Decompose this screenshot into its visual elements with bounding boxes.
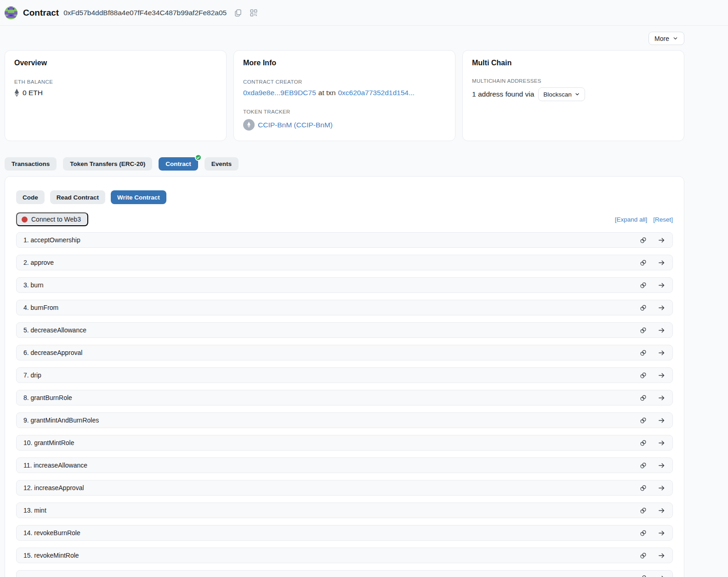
eth-diamond-icon: [14, 89, 19, 97]
token-tracker-link[interactable]: CCIP-BnM (CCIP-BnM): [258, 121, 333, 129]
multi-chain-title: Multi Chain: [472, 59, 675, 67]
permalink-icon[interactable]: [639, 574, 647, 577]
more-button[interactable]: More: [648, 32, 684, 45]
arrow-right-icon[interactable]: [658, 552, 665, 560]
arrow-right-icon[interactable]: [658, 462, 665, 469]
permalink-icon[interactable]: [639, 462, 647, 469]
connect-to-web3-label: Connect to Web3: [31, 216, 81, 223]
arrow-right-icon[interactable]: [658, 326, 665, 334]
function-row-burnfrom[interactable]: 4. burnFrom: [16, 300, 673, 315]
permalink-icon[interactable]: [639, 552, 647, 560]
contract-address: 0xFd57b4ddBf88a4e07fF4e34C487b99af2Fe82a…: [63, 9, 227, 17]
arrow-right-icon[interactable]: [658, 417, 665, 424]
permalink-icon[interactable]: [639, 507, 647, 514]
arrow-right-icon[interactable]: [658, 394, 665, 402]
arrow-right-icon[interactable]: [658, 349, 665, 357]
tab-contract[interactable]: Contract: [159, 157, 198, 171]
permalink-icon[interactable]: [639, 439, 647, 447]
permalink-icon[interactable]: [639, 417, 647, 424]
permalink-icon[interactable]: [639, 394, 647, 402]
token-tracker-label: TOKEN TRACKER: [243, 109, 446, 114]
arrow-right-icon[interactable]: [658, 236, 665, 244]
chevron-down-icon: [672, 35, 678, 41]
qr-code-button[interactable]: [250, 9, 258, 17]
function-row-grantmintandburnroles[interactable]: 9. grantMintAndBurnRoles: [16, 412, 673, 428]
contract-identicon: [5, 6, 17, 19]
arrow-right-icon[interactable]: [658, 281, 665, 289]
function-row-revokemintrole[interactable]: 15. revokeMintRole: [16, 548, 673, 563]
subtab-code[interactable]: Code: [16, 190, 45, 204]
function-row-partial[interactable]: [16, 570, 673, 577]
subtab-write-contract[interactable]: Write Contract: [111, 190, 166, 204]
arrow-right-icon[interactable]: [658, 574, 665, 577]
more-info-card: More Info CONTRACT CREATOR 0xda9e8e...9E…: [233, 50, 455, 141]
tab-label: Write Contract: [117, 194, 160, 201]
function-row-grantburnrole[interactable]: 8. grantBurnRole: [16, 390, 673, 406]
copy-address-button[interactable]: [234, 9, 242, 17]
arrow-right-icon[interactable]: [658, 259, 665, 267]
blockscan-dropdown-label: Blockscan: [543, 91, 572, 98]
connection-status-dot: [22, 217, 28, 223]
eth-balance-value: 0 ETH: [23, 89, 43, 97]
eth-balance-label: ETH BALANCE: [14, 79, 217, 85]
function-row-label: 3. burn: [23, 281, 639, 289]
write-functions-list: 1. acceptOwnership 2. approve: [16, 232, 673, 577]
function-row-label: 6. decreaseApproval: [23, 349, 639, 356]
tabs: Transactions Token Transfers (ERC-20) Co…: [5, 157, 684, 171]
function-row-drip[interactable]: 7. drip: [16, 367, 673, 383]
function-row-burn[interactable]: 3. burn: [16, 277, 673, 293]
function-row-acceptownership[interactable]: 1. acceptOwnership: [16, 232, 673, 248]
tab-events[interactable]: Events: [205, 157, 239, 171]
creation-txn-link[interactable]: 0xc620a77352d1d154...: [338, 89, 414, 97]
function-row-label: 10. grantMintRole: [23, 439, 639, 446]
function-row-label: 15. revokeMintRole: [23, 552, 639, 559]
page-title: Contract: [23, 8, 59, 18]
creator-address-link[interactable]: 0xda9e8e...9EB9DC75: [243, 89, 316, 97]
function-row-decreaseallowance[interactable]: 5. decreaseAllowance: [16, 322, 673, 338]
blockscan-dropdown[interactable]: Blockscan: [538, 87, 585, 101]
function-row-increaseallowance[interactable]: 11. increaseAllowance: [16, 457, 673, 473]
tab-label: Events: [211, 160, 232, 167]
function-row-label: 4. burnFrom: [23, 304, 639, 311]
tab-label: Transactions: [11, 160, 50, 167]
multichain-addresses-label: MULTICHAIN ADDRESSES: [472, 78, 675, 84]
arrow-right-icon[interactable]: [658, 439, 665, 447]
reset-link[interactable]: [Reset]: [653, 216, 673, 223]
function-row-approve[interactable]: 2. approve: [16, 255, 673, 270]
permalink-icon[interactable]: [639, 259, 647, 267]
function-row-label: 11. increaseAllowance: [23, 462, 639, 469]
arrow-right-icon[interactable]: [658, 529, 665, 537]
function-row-grantmintrole[interactable]: 10. grantMintRole: [16, 435, 673, 451]
permalink-icon[interactable]: [639, 326, 647, 334]
function-row-increaseapproval[interactable]: 12. increaseApproval: [16, 480, 673, 496]
contract-subtabs: Code Read Contract Write Contract: [16, 190, 673, 204]
contract-panel: Code Read Contract Write Contract Connec…: [5, 176, 684, 577]
arrow-right-icon[interactable]: [658, 484, 665, 492]
permalink-icon[interactable]: [639, 304, 647, 312]
permalink-icon[interactable]: [639, 236, 647, 244]
permalink-icon[interactable]: [639, 281, 647, 289]
permalink-icon[interactable]: [639, 349, 647, 357]
more-info-title: More Info: [243, 59, 446, 67]
arrow-right-icon[interactable]: [658, 304, 665, 312]
expand-all-link[interactable]: [Expand all]: [615, 216, 648, 223]
subtab-read-contract[interactable]: Read Contract: [50, 190, 105, 204]
chevron-down-icon: [574, 91, 580, 97]
function-row-label: 7. drip: [23, 371, 639, 379]
function-row-label: 12. increaseApproval: [23, 484, 639, 491]
permalink-icon[interactable]: [639, 371, 647, 379]
tab-transactions[interactable]: Transactions: [5, 157, 57, 171]
permalink-icon[interactable]: [639, 529, 647, 537]
tab-token-transfers-erc-20[interactable]: Token Transfers (ERC-20): [63, 157, 152, 171]
contract-header: Contract 0xFd57b4ddBf88a4e07fF4e34C487b9…: [0, 0, 728, 26]
more-button-label: More: [654, 35, 669, 42]
function-row-revokeburnrole[interactable]: 14. revokeBurnRole: [16, 525, 673, 541]
verified-check-badge: [195, 154, 202, 161]
connect-to-web3-button[interactable]: Connect to Web3: [16, 212, 88, 226]
permalink-icon[interactable]: [639, 484, 647, 492]
arrow-right-icon[interactable]: [658, 371, 665, 379]
arrow-right-icon[interactable]: [658, 507, 665, 514]
function-row-decreaseapproval[interactable]: 6. decreaseApproval: [16, 345, 673, 360]
tab-label: Code: [23, 194, 38, 201]
function-row-mint[interactable]: 13. mint: [16, 503, 673, 518]
